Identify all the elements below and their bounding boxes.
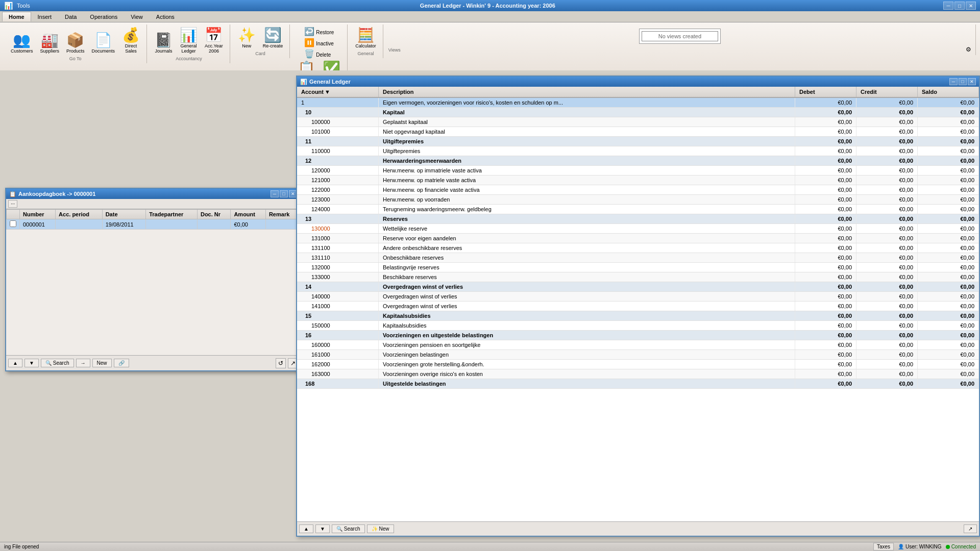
table-row[interactable]: 100000 Geplaatst kapitaal €0,00 €0,00 €0…: [297, 117, 979, 127]
table-row[interactable]: 121000 Herw.meerw. op matriele vaste act…: [297, 176, 979, 185]
general-ledger-button[interactable]: 📊 General Ledger: [177, 27, 200, 55]
table-row[interactable]: 131100 Andere onbeschikbare reserves €0,…: [297, 243, 979, 253]
tab-insert[interactable]: Insert: [31, 12, 59, 21]
table-row[interactable]: 10 Kapitaal €0,00 €0,00 €0,00: [297, 108, 979, 117]
cell-account: 140000: [297, 292, 379, 301]
inactive-icon: ⏸️: [304, 39, 314, 47]
popup-search-button[interactable]: 🔍 Search: [41, 359, 74, 367]
gl-close-button[interactable]: ✕: [968, 78, 976, 85]
products-button[interactable]: 📦 Products: [64, 32, 87, 55]
popup-down-button[interactable]: ▼: [24, 359, 39, 367]
acc-year-button[interactable]: 📅 Acc.Year 2006: [202, 27, 226, 55]
popup-toolbar-menu-button[interactable]: ···: [8, 200, 17, 208]
table-row[interactable]: 141000 Overgedragen winst of verlies €0,…: [297, 302, 979, 311]
cell-checkbox[interactable]: [7, 219, 20, 230]
journals-button[interactable]: 📓 Journals: [152, 32, 175, 55]
cell-debet: €0,00: [795, 156, 856, 165]
table-row[interactable]: 14 Overgedragen winst of verlies €0,00 €…: [297, 282, 979, 292]
gl-export-button[interactable]: ↗: [964, 524, 977, 533]
popup-maximize-button[interactable]: □: [280, 190, 288, 197]
table-row[interactable]: 162000 Voorzieningen grote herstelling.&…: [297, 360, 979, 369]
tab-actions[interactable]: Actions: [150, 12, 181, 21]
table-row[interactable]: 15 Kapitaalsubsidies €0,00 €0,00 €0,00: [297, 311, 979, 321]
table-row[interactable]: 124000 Terugneming waarderingsmeerw. gel…: [297, 205, 979, 214]
tab-view[interactable]: View: [124, 12, 150, 21]
col-header-description[interactable]: Description: [379, 87, 795, 97]
cell-account: 124000: [297, 205, 379, 214]
gl-maximize-button[interactable]: □: [959, 78, 967, 85]
tab-operations[interactable]: Operations: [83, 12, 124, 21]
table-row[interactable]: 168 Uitgestelde belastingen €0,00 €0,00 …: [297, 379, 979, 389]
col-number[interactable]: Number: [20, 210, 56, 219]
col-header-credit[interactable]: Credit: [856, 87, 918, 97]
table-row[interactable]: 0000001 19/08/2011 €0,00: [7, 219, 300, 230]
table-row[interactable]: 120000 Herw.meerw. op immatriele vaste a…: [297, 166, 979, 176]
table-row[interactable]: 1 Eigen vermogen, voorzieningen voor ris…: [297, 98, 979, 108]
table-row[interactable]: 131000 Reserve voor eigen aandelen €0,00…: [297, 234, 979, 243]
table-row[interactable]: 13 Reserves €0,00 €0,00 €0,00: [297, 214, 979, 224]
cell-account: 150000: [297, 321, 379, 330]
table-row[interactable]: 150000 Kapitaalsubsidies €0,00 €0,00 €0,…: [297, 321, 979, 331]
app-title: General Ledger - Winkin' 9 - Accounting …: [32, 3, 943, 9]
col-header-saldo[interactable]: Saldo: [918, 87, 979, 97]
cell-description: Herwaarderingsmeerwaarden: [379, 156, 795, 165]
popup-statusbar: ▲ ▼ 🔍 Search → New 🔗 ↺ ↗: [6, 355, 300, 370]
tab-data[interactable]: Data: [58, 12, 83, 21]
taxes-status[interactable]: Taxes: [873, 543, 894, 550]
popup-nav-icon-button[interactable]: →: [76, 359, 90, 367]
row-checkbox[interactable]: [10, 220, 16, 227]
views-dropdown[interactable]: No views created: [642, 31, 718, 41]
col-header-debet[interactable]: Debet: [795, 87, 856, 97]
table-row[interactable]: 160000 Voorzieningen pensioen en soortge…: [297, 340, 979, 350]
inactive-button[interactable]: ⏸️ Inactive: [302, 38, 336, 48]
table-row[interactable]: 140000 Overgedragen winst of verlies €0,…: [297, 292, 979, 302]
new-button[interactable]: ✨ New: [235, 27, 258, 50]
col-amount[interactable]: Amount: [231, 210, 266, 219]
table-row[interactable]: 133000 Beschikbare reserves €0,00 €0,00 …: [297, 272, 979, 282]
views-settings-icon[interactable]: ⚙: [966, 46, 971, 53]
calculator-button[interactable]: 🧮 Calculator: [353, 27, 379, 50]
table-row[interactable]: 122000 Herw.meerw. op financiele vaste a…: [297, 185, 979, 195]
table-row[interactable]: 163000 Voorzieningen overige risico's en…: [297, 369, 979, 379]
popup-up-button[interactable]: ▲: [8, 359, 22, 367]
table-row[interactable]: 101000 Niet opgevraagd kapitaal €0,00 €0…: [297, 127, 979, 137]
table-row[interactable]: 12 Herwaarderingsmeerwaarden €0,00 €0,00…: [297, 156, 979, 166]
table-row[interactable]: 132000 Belastingvrije reserves €0,00 €0,…: [297, 263, 979, 272]
gl-nav-up-button[interactable]: ▲: [299, 524, 313, 533]
gl-search-button[interactable]: 🔍 Search: [332, 524, 365, 533]
direct-sales-button[interactable]: 💰 Direct Sales: [119, 27, 142, 55]
restore-button[interactable]: ↩️ Restore: [302, 27, 336, 37]
delete-button[interactable]: 🗑️ Delete: [302, 49, 333, 59]
table-row[interactable]: 130000 Wettelijke reserve €0,00 €0,00 €0…: [297, 224, 979, 234]
col-acc-period[interactable]: Acc. period: [56, 210, 103, 219]
re-create-button[interactable]: 🔄 Re-create: [260, 27, 286, 50]
close-button[interactable]: ✕: [966, 2, 976, 10]
col-tradepartner[interactable]: Tradepartner: [146, 210, 198, 219]
table-row[interactable]: 161000 Voorzieningen belastingen €0,00 €…: [297, 350, 979, 360]
table-row[interactable]: 11 Uitgiftepremies €0,00 €0,00 €0,00: [297, 137, 979, 146]
cell-saldo: €0,00: [918, 98, 979, 107]
col-remark[interactable]: Remark: [265, 210, 300, 219]
tab-home[interactable]: Home: [2, 12, 31, 21]
table-row[interactable]: 110000 Uitgiftepremies €0,00 €0,00 €0,00: [297, 146, 979, 156]
col-date[interactable]: Date: [102, 210, 145, 219]
table-row[interactable]: 131110 Onbeschikbare reserves €0,00 €0,0…: [297, 253, 979, 263]
tools-menu[interactable]: Tools: [15, 3, 32, 9]
minimize-button[interactable]: ─: [943, 2, 953, 10]
gl-nav-down-button[interactable]: ▼: [315, 524, 330, 533]
gl-new-button[interactable]: ✨ New: [367, 524, 394, 533]
popup-link-button[interactable]: 🔗: [114, 359, 129, 367]
popup-new-button[interactable]: New: [92, 359, 112, 367]
customers-button[interactable]: 👥 Customers: [8, 32, 36, 55]
table-row[interactable]: 16 Voorzieningen en uitgestelde belastin…: [297, 331, 979, 340]
col-doc-nr[interactable]: Doc. Nr: [197, 210, 230, 219]
popup-icon-refresh[interactable]: ↺: [276, 358, 286, 368]
popup-minimize-button[interactable]: ─: [271, 190, 279, 197]
cell-description: Terugneming waarderingsmeerw. geldbeleg: [379, 205, 795, 214]
maximize-button[interactable]: □: [954, 2, 965, 10]
suppliers-button[interactable]: 🏭 Suppliers: [38, 32, 62, 55]
documents-button[interactable]: 📄 Documents: [89, 32, 118, 55]
col-header-account[interactable]: Account ▼: [297, 87, 379, 97]
table-row[interactable]: 123000 Herw.meerw. op voorraden €0,00 €0…: [297, 195, 979, 205]
gl-minimize-button[interactable]: ─: [949, 78, 958, 85]
